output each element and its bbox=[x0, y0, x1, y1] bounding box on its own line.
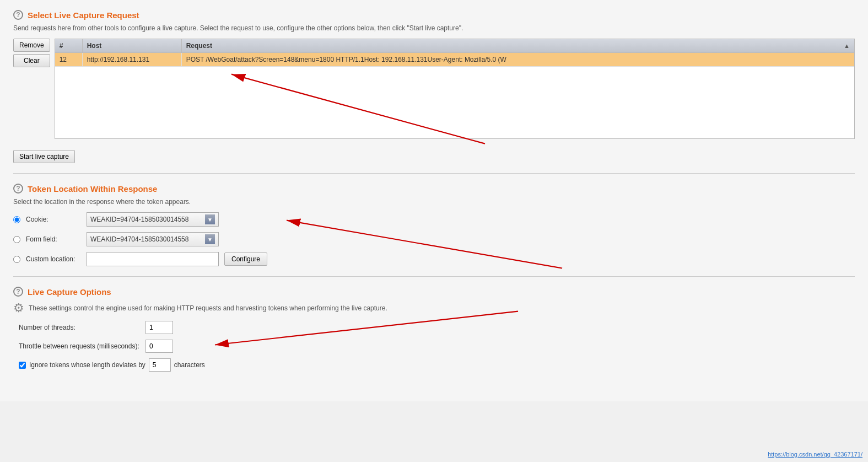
cell-request: POST /WebGoat/attack?Screen=148&menu=180… bbox=[182, 53, 854, 66]
cookie-dropdown-value: WEAKID=94704-1585030014558 bbox=[90, 216, 188, 223]
token-radio-group: Cookie: WEAKID=94704-1585030014558 ▼ For… bbox=[13, 212, 855, 266]
custom-label: Custom location: bbox=[26, 255, 81, 263]
cookie-dropdown[interactable]: WEAKID=94704-1585030014558 ▼ bbox=[87, 212, 219, 227]
formfield-row: Form field: WEAKID=94704-1585030014558 ▼ bbox=[13, 232, 855, 246]
throttle-input[interactable] bbox=[145, 340, 173, 353]
custom-location-input[interactable] bbox=[87, 252, 219, 266]
sort-arrow-icon: ▲ bbox=[844, 42, 850, 49]
throttle-label: Throttle between requests (milliseconds)… bbox=[19, 342, 140, 350]
help-icon-1[interactable]: ? bbox=[13, 10, 23, 20]
threads-input[interactable] bbox=[145, 321, 173, 334]
custom-row: Custom location: Configure bbox=[13, 252, 855, 266]
gear-desc-row: ⚙ These settings control the engine used… bbox=[13, 301, 855, 315]
remove-button[interactable]: Remove bbox=[13, 39, 50, 52]
options-grid: Number of threads: Throttle between requ… bbox=[19, 321, 855, 372]
cookie-radio[interactable] bbox=[13, 216, 20, 223]
clear-button[interactable]: Clear bbox=[13, 54, 50, 67]
capture-table-area: Remove Clear # Host Request ▲ 12 http://… bbox=[13, 39, 855, 139]
formfield-dropdown-arrow: ▼ bbox=[205, 234, 215, 244]
start-live-capture-button[interactable]: Start live capture bbox=[13, 150, 75, 163]
col-num: # bbox=[55, 39, 83, 52]
table-header: # Host Request ▲ bbox=[55, 39, 854, 53]
cell-num: 12 bbox=[55, 53, 83, 66]
cell-host: http://192.168.11.131 bbox=[83, 53, 182, 66]
table-row[interactable]: 12 http://192.168.11.131 POST /WebGoat/a… bbox=[55, 53, 854, 67]
cookie-row: Cookie: WEAKID=94704-1585030014558 ▼ bbox=[13, 212, 855, 227]
section3-desc: These settings control the engine used f… bbox=[29, 304, 387, 312]
help-icon-2[interactable]: ? bbox=[13, 184, 23, 194]
section1-title: ? Select Live Capture Request bbox=[13, 10, 855, 20]
table-empty-area bbox=[55, 67, 854, 138]
section2-desc: Select the location in the response wher… bbox=[13, 198, 855, 206]
cookie-label: Cookie: bbox=[26, 216, 81, 223]
formfield-dropdown-value: WEAKID=94704-1585030014558 bbox=[90, 235, 188, 243]
threads-label: Number of threads: bbox=[19, 324, 140, 331]
capture-table: # Host Request ▲ 12 http://192.168.11.13… bbox=[55, 39, 855, 139]
col-request: Request ▲ bbox=[182, 39, 854, 52]
section1-desc: Send requests here from other tools to c… bbox=[13, 24, 855, 32]
section3-title: ? Live Capture Options bbox=[13, 287, 855, 297]
throttle-row: Throttle between requests (milliseconds)… bbox=[19, 340, 855, 353]
formfield-dropdown[interactable]: WEAKID=94704-1585030014558 ▼ bbox=[87, 232, 219, 246]
formfield-label: Form field: bbox=[26, 235, 81, 243]
gear-icon: ⚙ bbox=[13, 301, 24, 315]
watermark-link: https://blog.csdn.net/qq_42367171/ bbox=[768, 451, 862, 458]
section-live-options: ? Live Capture Options ⚙ These settings … bbox=[13, 287, 855, 382]
section2-title: ? Token Location Within Response bbox=[13, 184, 855, 194]
col-host: Host bbox=[83, 39, 182, 52]
formfield-radio[interactable] bbox=[13, 236, 20, 243]
ignore-label: Ignore tokens whose length deviates by bbox=[29, 361, 145, 369]
custom-radio[interactable] bbox=[13, 256, 20, 263]
threads-row: Number of threads: bbox=[19, 321, 855, 334]
section-token-location: ? Token Location Within Response Select … bbox=[13, 184, 855, 277]
ignore-checkbox[interactable] bbox=[19, 362, 26, 369]
help-icon-3[interactable]: ? bbox=[13, 287, 23, 297]
configure-button[interactable]: Configure bbox=[224, 253, 267, 266]
table-buttons: Remove Clear bbox=[13, 39, 50, 67]
ignore-input[interactable] bbox=[149, 358, 171, 372]
ignore-row: Ignore tokens whose length deviates by c… bbox=[19, 358, 855, 372]
ignore-suffix: characters bbox=[174, 361, 205, 369]
section-live-capture: ? Select Live Capture Request Send reque… bbox=[13, 10, 855, 174]
cookie-dropdown-arrow: ▼ bbox=[205, 214, 215, 224]
